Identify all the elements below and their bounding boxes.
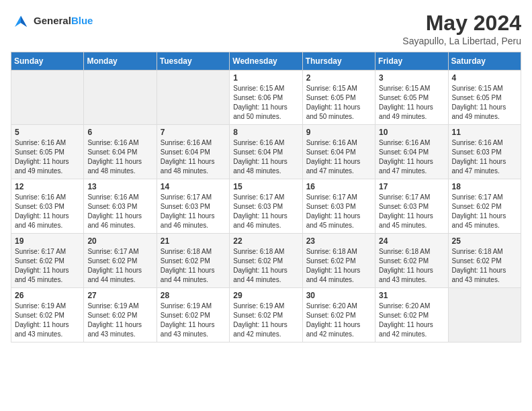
calendar-cell: 31Sunrise: 6:20 AM Sunset: 6:02 PM Dayli… [375,288,448,342]
weekday-header: Sunday [11,52,84,71]
calendar-week-row: 1Sunrise: 6:15 AM Sunset: 6:06 PM Daylig… [11,71,521,125]
day-number: 22 [233,236,298,246]
day-info: Sunrise: 6:16 AM Sunset: 6:03 PM Dayligh… [87,193,152,230]
day-number: 5 [15,128,80,137]
calendar-cell: 15Sunrise: 6:17 AM Sunset: 6:03 PM Dayli… [230,179,302,234]
calendar-cell: 9Sunrise: 6:16 AM Sunset: 6:04 PM Daylig… [302,125,375,179]
day-info: Sunrise: 6:17 AM Sunset: 6:03 PM Dayligh… [306,193,371,230]
calendar-cell: 6Sunrise: 6:16 AM Sunset: 6:04 PM Daylig… [84,125,157,179]
day-number: 10 [379,128,444,137]
calendar-week-row: 19Sunrise: 6:17 AM Sunset: 6:02 PM Dayli… [11,234,521,288]
day-info: Sunrise: 6:17 AM Sunset: 6:02 PM Dayligh… [15,247,80,285]
day-info: Sunrise: 6:18 AM Sunset: 6:02 PM Dayligh… [379,247,444,285]
day-info: Sunrise: 6:16 AM Sunset: 6:03 PM Dayligh… [452,138,517,176]
calendar-cell: 12Sunrise: 6:16 AM Sunset: 6:03 PM Dayli… [11,179,84,234]
calendar-cell: 13Sunrise: 6:16 AM Sunset: 6:03 PM Dayli… [84,179,157,234]
day-number: 27 [87,291,152,300]
calendar-week-row: 5Sunrise: 6:16 AM Sunset: 6:05 PM Daylig… [11,125,521,179]
calendar-cell: 24Sunrise: 6:18 AM Sunset: 6:02 PM Dayli… [375,234,448,288]
weekday-header: Thursday [302,52,375,71]
calendar-cell: 26Sunrise: 6:19 AM Sunset: 6:02 PM Dayli… [11,288,84,342]
day-info: Sunrise: 6:19 AM Sunset: 6:02 PM Dayligh… [233,302,298,339]
calendar-cell: 3Sunrise: 6:15 AM Sunset: 6:05 PM Daylig… [375,71,448,125]
calendar-cell: 16Sunrise: 6:17 AM Sunset: 6:03 PM Dayli… [302,179,375,234]
calendar-week-row: 26Sunrise: 6:19 AM Sunset: 6:02 PM Dayli… [11,288,521,342]
day-info: Sunrise: 6:18 AM Sunset: 6:02 PM Dayligh… [452,247,517,285]
day-info: Sunrise: 6:15 AM Sunset: 6:05 PM Dayligh… [379,84,444,122]
day-info: Sunrise: 6:16 AM Sunset: 6:04 PM Dayligh… [306,138,371,176]
logo-icon [11,11,31,31]
calendar-cell [157,71,229,125]
weekday-header: Saturday [448,52,521,71]
day-number: 16 [306,182,371,191]
calendar-cell: 7Sunrise: 6:16 AM Sunset: 6:04 PM Daylig… [157,125,229,179]
day-info: Sunrise: 6:16 AM Sunset: 6:03 PM Dayligh… [15,193,80,230]
day-info: Sunrise: 6:20 AM Sunset: 6:02 PM Dayligh… [379,302,444,339]
calendar-cell: 27Sunrise: 6:19 AM Sunset: 6:02 PM Dayli… [84,288,157,342]
day-number: 4 [452,73,517,83]
day-number: 20 [87,236,152,246]
day-info: Sunrise: 6:17 AM Sunset: 6:02 PM Dayligh… [87,247,152,285]
day-number: 14 [161,182,226,191]
calendar-cell: 17Sunrise: 6:17 AM Sunset: 6:03 PM Dayli… [375,179,448,234]
calendar-cell: 29Sunrise: 6:19 AM Sunset: 6:02 PM Dayli… [230,288,302,342]
day-number: 9 [306,128,371,137]
calendar-cell: 11Sunrise: 6:16 AM Sunset: 6:03 PM Dayli… [448,125,521,179]
title-block: May 2024 Sayapullo, La Libertad, Peru [402,11,521,46]
day-number: 6 [87,128,152,137]
calendar-cell: 25Sunrise: 6:18 AM Sunset: 6:02 PM Dayli… [448,234,521,288]
day-number: 3 [379,73,444,83]
day-number: 13 [87,182,152,191]
calendar-table: SundayMondayTuesdayWednesdayThursdayFrid… [11,52,521,342]
day-info: Sunrise: 6:17 AM Sunset: 6:03 PM Dayligh… [161,193,226,230]
weekday-header: Friday [375,52,448,71]
day-info: Sunrise: 6:20 AM Sunset: 6:02 PM Dayligh… [306,302,371,339]
day-number: 23 [306,236,371,246]
location: Sayapullo, La Libertad, Peru [402,36,521,46]
logo: GeneralBlue [11,11,93,31]
day-number: 29 [233,291,298,300]
svg-marker-1 [21,16,27,28]
day-number: 1 [233,73,298,83]
day-number: 18 [452,182,517,191]
day-number: 31 [379,291,444,300]
calendar-cell: 4Sunrise: 6:15 AM Sunset: 6:05 PM Daylig… [448,71,521,125]
day-info: Sunrise: 6:17 AM Sunset: 6:03 PM Dayligh… [233,193,298,230]
calendar-cell: 10Sunrise: 6:16 AM Sunset: 6:04 PM Dayli… [375,125,448,179]
day-info: Sunrise: 6:16 AM Sunset: 6:05 PM Dayligh… [15,138,80,176]
day-info: Sunrise: 6:16 AM Sunset: 6:04 PM Dayligh… [233,138,298,176]
day-info: Sunrise: 6:19 AM Sunset: 6:02 PM Dayligh… [87,302,152,339]
day-info: Sunrise: 6:15 AM Sunset: 6:06 PM Dayligh… [233,84,298,122]
day-info: Sunrise: 6:17 AM Sunset: 6:03 PM Dayligh… [379,193,444,230]
calendar-cell: 28Sunrise: 6:19 AM Sunset: 6:02 PM Dayli… [157,288,229,342]
day-info: Sunrise: 6:19 AM Sunset: 6:02 PM Dayligh… [161,302,226,339]
day-number: 24 [379,236,444,246]
day-info: Sunrise: 6:17 AM Sunset: 6:02 PM Dayligh… [452,193,517,230]
calendar-cell: 2Sunrise: 6:15 AM Sunset: 6:05 PM Daylig… [302,71,375,125]
calendar-cell: 19Sunrise: 6:17 AM Sunset: 6:02 PM Dayli… [11,234,84,288]
day-number: 8 [233,128,298,137]
day-number: 2 [306,73,371,83]
calendar-cell [448,288,521,342]
calendar-cell: 20Sunrise: 6:17 AM Sunset: 6:02 PM Dayli… [84,234,157,288]
day-number: 7 [161,128,226,137]
calendar-cell: 8Sunrise: 6:16 AM Sunset: 6:04 PM Daylig… [230,125,302,179]
day-number: 12 [15,182,80,191]
month-title: May 2024 [402,11,521,36]
day-info: Sunrise: 6:16 AM Sunset: 6:04 PM Dayligh… [161,138,226,176]
day-info: Sunrise: 6:16 AM Sunset: 6:04 PM Dayligh… [379,138,444,176]
calendar-cell: 1Sunrise: 6:15 AM Sunset: 6:06 PM Daylig… [230,71,302,125]
day-info: Sunrise: 6:18 AM Sunset: 6:02 PM Dayligh… [306,247,371,285]
calendar-cell [84,71,157,125]
day-number: 17 [379,182,444,191]
calendar-cell: 18Sunrise: 6:17 AM Sunset: 6:02 PM Dayli… [448,179,521,234]
calendar-cell: 5Sunrise: 6:16 AM Sunset: 6:05 PM Daylig… [11,125,84,179]
weekday-header: Tuesday [157,52,229,71]
logo-text: GeneralBlue [34,15,93,27]
calendar-cell [11,71,84,125]
day-number: 25 [452,236,517,246]
calendar-cell: 14Sunrise: 6:17 AM Sunset: 6:03 PM Dayli… [157,179,229,234]
calendar-cell: 23Sunrise: 6:18 AM Sunset: 6:02 PM Dayli… [302,234,375,288]
day-info: Sunrise: 6:16 AM Sunset: 6:04 PM Dayligh… [87,138,152,176]
day-info: Sunrise: 6:15 AM Sunset: 6:05 PM Dayligh… [452,84,517,122]
